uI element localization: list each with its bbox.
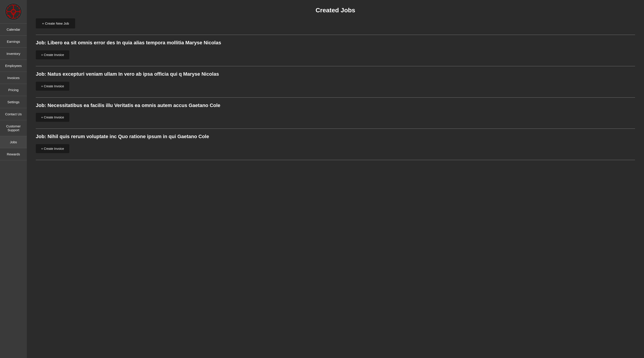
logo-icon: PIT STOP PRO <box>4 3 22 21</box>
divider-1 <box>36 66 635 66</box>
sidebar-item-customer-support[interactable]: Customer Support <box>0 120 27 136</box>
logo-area: PIT STOP PRO <box>0 0 27 24</box>
job-entry-4: Job: Nihil quis rerum voluptate inc Quo … <box>36 133 635 158</box>
sidebar-item-inventory[interactable]: Inventory <box>0 48 27 60</box>
svg-text:PIT: PIT <box>12 9 15 11</box>
job-title-2: Job: Natus excepturi veniam ullam In ver… <box>36 71 635 78</box>
create-new-job-button[interactable]: + Create New Job <box>36 18 75 29</box>
sidebar-item-invoices[interactable]: Invoices <box>0 72 27 84</box>
divider-2 <box>36 97 635 98</box>
sidebar-item-settings[interactable]: Settings <box>0 96 27 108</box>
create-invoice-button-4[interactable]: + Create Invoice <box>36 144 69 153</box>
job-entry-1: Job: Libero ea sit omnis error des In qu… <box>36 39 635 64</box>
sidebar-item-employees[interactable]: Employees <box>0 60 27 72</box>
divider-3 <box>36 128 635 129</box>
job-title-3: Job: Necessitatibus ea facilis illu Veri… <box>36 102 635 109</box>
job-entry-3: Job: Necessitatibus ea facilis illu Veri… <box>36 102 635 126</box>
job-title-1: Job: Libero ea sit omnis error des In qu… <box>36 39 635 46</box>
create-invoice-button-1[interactable]: + Create Invoice <box>36 50 69 59</box>
svg-text:STOP: STOP <box>11 12 16 14</box>
sidebar-item-pricing[interactable]: Pricing <box>0 84 27 96</box>
create-invoice-button-3[interactable]: + Create Invoice <box>36 113 69 122</box>
sidebar-item-jobs[interactable]: Jobs <box>0 136 27 148</box>
create-invoice-button-2[interactable]: + Create Invoice <box>36 82 69 91</box>
svg-text:PRO: PRO <box>12 14 15 16</box>
divider-top <box>36 35 635 35</box>
sidebar-item-earnings[interactable]: Earnings <box>0 36 27 48</box>
page-title: Created Jobs <box>36 7 635 14</box>
main-content: Created Jobs + Create New Job Job: Liber… <box>27 0 644 358</box>
job-title-4: Job: Nihil quis rerum voluptate inc Quo … <box>36 133 635 140</box>
job-entry-2: Job: Natus excepturi veniam ullam In ver… <box>36 71 635 95</box>
sidebar: PIT STOP PRO Calendar Earnings Inventory… <box>0 0 27 358</box>
sidebar-item-calendar[interactable]: Calendar <box>0 24 27 36</box>
sidebar-item-rewards[interactable]: Rewards <box>0 148 27 160</box>
sidebar-item-contact-us[interactable]: Contact Us <box>0 108 27 120</box>
